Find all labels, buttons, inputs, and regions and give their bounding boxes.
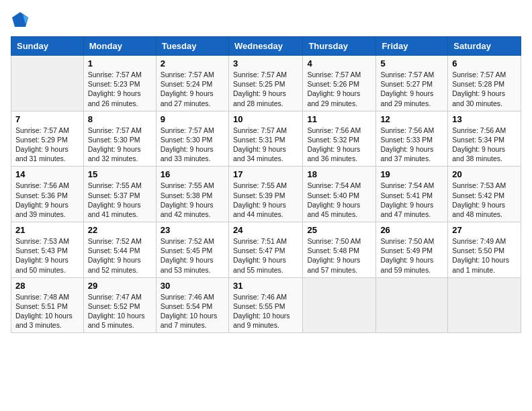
daylight-text: Daylight: 9 hours and 55 minutes.: [233, 255, 298, 274]
calendar-cell: 5 Sunrise: 7:57 AM Sunset: 5:27 PM Dayli…: [376, 56, 448, 111]
calendar-header-row: SundayMondayTuesdayWednesdayThursdayFrid…: [11, 37, 521, 56]
day-number: 28: [15, 281, 79, 291]
sunset-text: Sunset: 5:43 PM: [15, 246, 79, 255]
day-number: 22: [88, 225, 152, 235]
sunrise-text: Sunrise: 7:56 AM: [452, 126, 517, 135]
cell-info: Sunrise: 7:57 AM Sunset: 5:28 PM Dayligh…: [452, 70, 517, 108]
cell-info: Sunrise: 7:46 AM Sunset: 5:54 PM Dayligh…: [161, 292, 224, 330]
calendar-week-row: 1 Sunrise: 7:57 AM Sunset: 5:23 PM Dayli…: [11, 56, 521, 111]
calendar-cell: 23 Sunrise: 7:52 AM Sunset: 5:45 PM Dayl…: [156, 222, 228, 278]
sunset-text: Sunset: 5:28 PM: [452, 79, 517, 89]
daylight-text: Daylight: 9 hours and 39 minutes.: [15, 200, 79, 219]
day-of-week-header: Sunday: [11, 37, 84, 56]
cell-info: Sunrise: 7:55 AM Sunset: 5:39 PM Dayligh…: [233, 181, 298, 219]
daylight-text: Daylight: 9 hours and 53 minutes.: [161, 255, 224, 274]
daylight-text: Daylight: 10 hours and 1 minute.: [452, 255, 517, 274]
calendar-cell: 31 Sunrise: 7:46 AM Sunset: 5:55 PM Dayl…: [228, 277, 302, 333]
daylight-text: Daylight: 9 hours and 42 minutes.: [161, 200, 224, 219]
daylight-text: Daylight: 9 hours and 41 minutes.: [88, 200, 152, 219]
day-number: 14: [15, 169, 79, 179]
sunset-text: Sunset: 5:49 PM: [380, 246, 443, 255]
sunrise-text: Sunrise: 7:46 AM: [233, 292, 298, 302]
day-of-week-header: Wednesday: [228, 37, 302, 56]
sunset-text: Sunset: 5:51 PM: [15, 302, 79, 311]
sunrise-text: Sunrise: 7:54 AM: [380, 181, 443, 190]
day-number: 6: [452, 58, 517, 68]
cell-info: Sunrise: 7:56 AM Sunset: 5:32 PM Dayligh…: [307, 126, 371, 164]
day-number: 12: [380, 114, 443, 124]
daylight-text: Daylight: 9 hours and 27 minutes.: [161, 89, 224, 107]
calendar-cell: 15 Sunrise: 7:55 AM Sunset: 5:37 PM Dayl…: [83, 167, 156, 222]
cell-info: Sunrise: 7:56 AM Sunset: 5:33 PM Dayligh…: [380, 126, 443, 164]
calendar-cell: [303, 277, 376, 333]
calendar-cell: 26 Sunrise: 7:50 AM Sunset: 5:49 PM Dayl…: [376, 222, 448, 278]
sunrise-text: Sunrise: 7:56 AM: [380, 126, 443, 135]
day-number: 9: [161, 114, 224, 124]
daylight-text: Daylight: 10 hours and 7 minutes.: [161, 311, 224, 330]
calendar-cell: [448, 277, 521, 333]
sunset-text: Sunset: 5:31 PM: [233, 135, 298, 144]
sunset-text: Sunset: 5:40 PM: [307, 191, 371, 200]
cell-info: Sunrise: 7:57 AM Sunset: 5:25 PM Dayligh…: [233, 70, 298, 108]
calendar-week-row: 28 Sunrise: 7:48 AM Sunset: 5:51 PM Dayl…: [11, 277, 521, 333]
sunrise-text: Sunrise: 7:57 AM: [15, 126, 79, 135]
cell-info: Sunrise: 7:57 AM Sunset: 5:31 PM Dayligh…: [233, 126, 298, 164]
day-number: 20: [452, 169, 517, 179]
cell-info: Sunrise: 7:52 AM Sunset: 5:44 PM Dayligh…: [88, 236, 152, 275]
cell-info: Sunrise: 7:54 AM Sunset: 5:40 PM Dayligh…: [307, 181, 371, 219]
sunrise-text: Sunrise: 7:57 AM: [233, 126, 298, 135]
cell-info: Sunrise: 7:50 AM Sunset: 5:49 PM Dayligh…: [380, 236, 443, 275]
calendar-cell: 21 Sunrise: 7:53 AM Sunset: 5:43 PM Dayl…: [11, 222, 84, 278]
sunrise-text: Sunrise: 7:50 AM: [380, 236, 443, 246]
sunrise-text: Sunrise: 7:51 AM: [233, 236, 298, 246]
day-number: 23: [161, 225, 224, 235]
sunrise-text: Sunrise: 7:57 AM: [452, 70, 517, 79]
calendar-cell: 16 Sunrise: 7:55 AM Sunset: 5:38 PM Dayl…: [156, 167, 228, 222]
daylight-text: Daylight: 9 hours and 59 minutes.: [380, 255, 443, 274]
daylight-text: Daylight: 9 hours and 37 minutes.: [380, 144, 443, 163]
cell-info: Sunrise: 7:48 AM Sunset: 5:51 PM Dayligh…: [15, 292, 79, 330]
sunset-text: Sunset: 5:34 PM: [452, 135, 517, 144]
sunrise-text: Sunrise: 7:57 AM: [161, 70, 224, 79]
cell-info: Sunrise: 7:47 AM Sunset: 5:52 PM Dayligh…: [88, 292, 152, 330]
calendar-cell: 11 Sunrise: 7:56 AM Sunset: 5:32 PM Dayl…: [303, 111, 376, 167]
calendar-cell: 6 Sunrise: 7:57 AM Sunset: 5:28 PM Dayli…: [448, 56, 521, 111]
day-number: 19: [380, 169, 443, 179]
calendar-cell: 29 Sunrise: 7:47 AM Sunset: 5:52 PM Dayl…: [83, 277, 156, 333]
sunset-text: Sunset: 5:38 PM: [161, 191, 224, 200]
sunset-text: Sunset: 5:37 PM: [88, 191, 152, 200]
day-number: 15: [88, 169, 152, 179]
calendar-cell: 17 Sunrise: 7:55 AM Sunset: 5:39 PM Dayl…: [228, 167, 302, 222]
sunrise-text: Sunrise: 7:57 AM: [307, 70, 371, 79]
day-number: 21: [15, 225, 79, 235]
calendar-cell: 9 Sunrise: 7:57 AM Sunset: 5:30 PM Dayli…: [156, 111, 228, 167]
day-number: 13: [452, 114, 517, 124]
sunset-text: Sunset: 5:54 PM: [161, 302, 224, 311]
day-number: 17: [233, 169, 298, 179]
calendar-cell: 20 Sunrise: 7:53 AM Sunset: 5:42 PM Dayl…: [448, 167, 521, 222]
logo: [11, 11, 31, 30]
cell-info: Sunrise: 7:51 AM Sunset: 5:47 PM Dayligh…: [233, 236, 298, 275]
cell-info: Sunrise: 7:49 AM Sunset: 5:50 PM Dayligh…: [452, 236, 517, 275]
calendar-cell: 18 Sunrise: 7:54 AM Sunset: 5:40 PM Dayl…: [303, 167, 376, 222]
day-number: 2: [161, 58, 224, 68]
calendar-cell: 13 Sunrise: 7:56 AM Sunset: 5:34 PM Dayl…: [448, 111, 521, 167]
daylight-text: Daylight: 9 hours and 45 minutes.: [307, 200, 371, 219]
daylight-text: Daylight: 9 hours and 32 minutes.: [88, 144, 152, 163]
day-number: 29: [88, 281, 152, 291]
day-number: 4: [307, 58, 371, 68]
sunset-text: Sunset: 5:23 PM: [88, 79, 152, 89]
cell-info: Sunrise: 7:57 AM Sunset: 5:29 PM Dayligh…: [15, 126, 79, 164]
day-number: 3: [233, 58, 298, 68]
sunrise-text: Sunrise: 7:53 AM: [452, 181, 517, 190]
calendar-cell: 1 Sunrise: 7:57 AM Sunset: 5:23 PM Dayli…: [83, 56, 156, 111]
daylight-text: Daylight: 9 hours and 52 minutes.: [88, 255, 152, 274]
sunrise-text: Sunrise: 7:54 AM: [307, 181, 371, 190]
day-of-week-header: Saturday: [448, 37, 521, 56]
daylight-text: Daylight: 10 hours and 3 minutes.: [15, 311, 79, 330]
day-number: 11: [307, 114, 371, 124]
daylight-text: Daylight: 9 hours and 30 minutes.: [452, 89, 517, 107]
calendar-week-row: 14 Sunrise: 7:56 AM Sunset: 5:36 PM Dayl…: [11, 167, 521, 222]
calendar-cell: 25 Sunrise: 7:50 AM Sunset: 5:48 PM Dayl…: [303, 222, 376, 278]
day-number: 7: [15, 114, 79, 124]
